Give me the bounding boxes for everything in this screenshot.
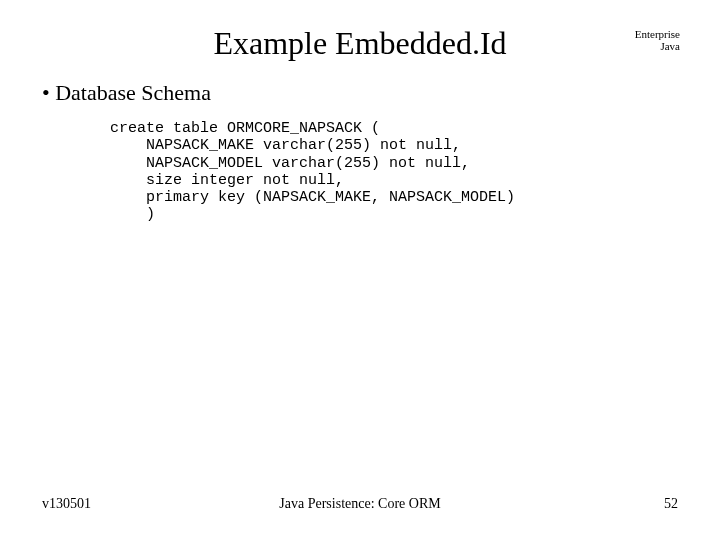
corner-label-line2: Java [660, 40, 680, 52]
code-block: create table ORMCORE_NAPSACK ( NAPSACK_M… [110, 120, 515, 224]
corner-label: Enterprise Java [635, 28, 680, 52]
corner-label-line1: Enterprise [635, 28, 680, 40]
footer-page-number: 52 [664, 496, 678, 512]
bullet-database-schema: Database Schema [42, 80, 211, 106]
slide: Example Embedded.Id Enterprise Java Data… [0, 0, 720, 540]
footer-title: Java Persistence: Core ORM [0, 496, 720, 512]
slide-title: Example Embedded.Id [0, 25, 720, 62]
